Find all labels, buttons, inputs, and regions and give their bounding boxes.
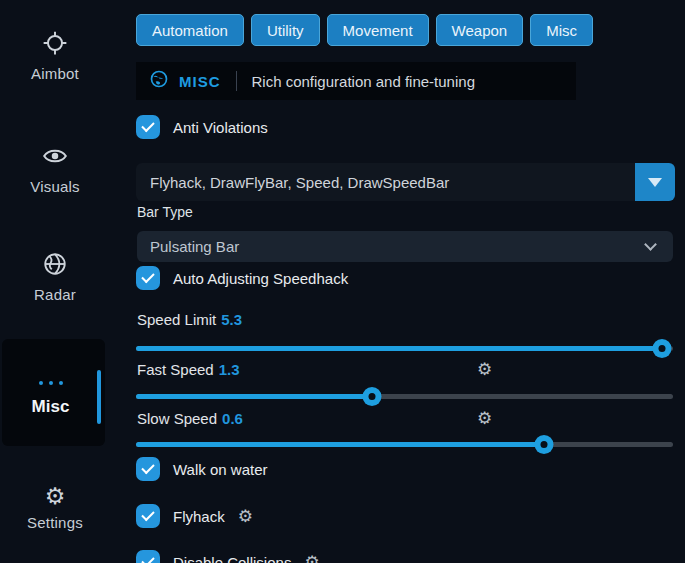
- slider-fill: [136, 346, 662, 351]
- gear-icon[interactable]: ⚙: [477, 361, 492, 378]
- bar-flags-combo[interactable]: Flyhack, DrawFlyBar, Speed, DrawSpeedBar: [136, 163, 675, 201]
- tab-automation[interactable]: Automation: [136, 14, 244, 46]
- section-title: MISC: [179, 73, 221, 90]
- slider-fill: [136, 442, 544, 447]
- category-tabs: Automation Utility Movement Weapon Misc: [136, 14, 593, 46]
- combo-dropdown-button[interactable]: [635, 163, 675, 201]
- speed-limit-label-row: Speed Limit5.3: [137, 311, 675, 329]
- globe-icon: [42, 251, 68, 277]
- sidebar-item-radar[interactable]: Radar: [0, 251, 110, 303]
- slider-thumb[interactable]: [653, 339, 672, 358]
- checkbox-label: Auto Adjusting Speedhack: [173, 270, 348, 287]
- sidebar-item-visuals[interactable]: Visuals: [0, 143, 110, 195]
- tab-weapon[interactable]: Weapon: [436, 14, 524, 46]
- slider-value: 5.3: [221, 311, 242, 328]
- slider-thumb[interactable]: [363, 387, 382, 406]
- slider-label: Fast Speed: [137, 361, 214, 378]
- sidebar-item-aimbot[interactable]: Aimbot: [0, 30, 110, 82]
- checkbox-label: Walk on water: [173, 461, 267, 478]
- fast-speed-slider[interactable]: [136, 387, 673, 405]
- sidebar-item-label: Misc: [2, 397, 99, 417]
- slow-speed-label-row: Slow Speed0.6 ⚙: [137, 410, 675, 428]
- chevron-down-icon: [644, 238, 657, 251]
- slider-thumb[interactable]: [535, 435, 554, 454]
- tab-utility[interactable]: Utility: [251, 14, 320, 46]
- gear-icon: ⚙: [45, 483, 66, 509]
- select-value: Pulsating Bar: [137, 238, 646, 255]
- bar-type-select[interactable]: Pulsating Bar: [137, 231, 673, 262]
- sidebar-item-label: Radar: [0, 286, 110, 303]
- fast-speed-label-row: Fast Speed1.3 ⚙: [137, 361, 675, 379]
- checkbox-checked-icon[interactable]: [136, 115, 160, 139]
- checkbox-checked-icon[interactable]: [136, 504, 160, 528]
- slider-label: Slow Speed: [137, 410, 217, 427]
- crosshair-icon: [42, 30, 68, 56]
- gear-icon[interactable]: ⚙: [477, 410, 492, 427]
- anti-violations-row[interactable]: Anti Violations: [136, 115, 268, 139]
- header-divider: [236, 71, 237, 91]
- section-subtitle: Rich configuration and fine-tuning: [252, 73, 475, 90]
- sidebar-item-label: Visuals: [0, 178, 110, 195]
- slider-fill: [136, 394, 372, 399]
- triangle-down-icon: [648, 178, 662, 187]
- checkbox-checked-icon[interactable]: [136, 266, 160, 290]
- gear-icon[interactable]: ⚙: [304, 554, 319, 563]
- disable-collisions-row[interactable]: Disable Collisions ⚙: [136, 550, 320, 563]
- checkbox-label: Flyhack: [173, 508, 225, 525]
- sidebar-item-label: Settings: [0, 514, 110, 531]
- walk-on-water-row[interactable]: Walk on water: [136, 457, 267, 481]
- section-header: MISC Rich configuration and fine-tuning: [136, 62, 576, 100]
- eye-icon: [42, 143, 68, 169]
- selected-accent-bar: [97, 370, 101, 424]
- sidebar: Aimbot Visuals Radar: [0, 0, 110, 563]
- slider-label: Speed Limit: [137, 311, 216, 328]
- checkbox-label: Disable Collisions: [173, 554, 291, 563]
- bar-type-label: Bar Type: [137, 204, 193, 220]
- slider-value: 0.6: [222, 410, 243, 427]
- sidebar-item-label: Aimbot: [0, 65, 110, 82]
- sidebar-item-misc[interactable]: Misc: [2, 339, 105, 446]
- checkbox-checked-icon[interactable]: [136, 457, 160, 481]
- checkbox-label: Anti Violations: [173, 119, 268, 136]
- checkbox-checked-icon[interactable]: [136, 550, 160, 563]
- slider-value: 1.3: [219, 361, 240, 378]
- speed-limit-slider[interactable]: [136, 339, 673, 357]
- combo-value: Flyhack, DrawFlyBar, Speed, DrawSpeedBar: [136, 174, 635, 191]
- cheat-menu-window: Aimbot Visuals Radar: [0, 0, 685, 563]
- tab-misc[interactable]: Misc: [530, 14, 593, 46]
- auto-adjusting-speedhack-row[interactable]: Auto Adjusting Speedhack: [136, 266, 348, 290]
- gear-icon[interactable]: ⚙: [238, 508, 253, 525]
- main-panel: Automation Utility Movement Weapon Misc …: [136, 0, 675, 563]
- sidebar-item-settings[interactable]: ⚙ Settings: [0, 483, 110, 531]
- globe-icon: [149, 69, 169, 93]
- slow-speed-slider[interactable]: [136, 435, 673, 453]
- ellipsis-icon: [2, 373, 99, 391]
- tab-movement[interactable]: Movement: [327, 14, 429, 46]
- flyhack-row[interactable]: Flyhack ⚙: [136, 504, 253, 528]
